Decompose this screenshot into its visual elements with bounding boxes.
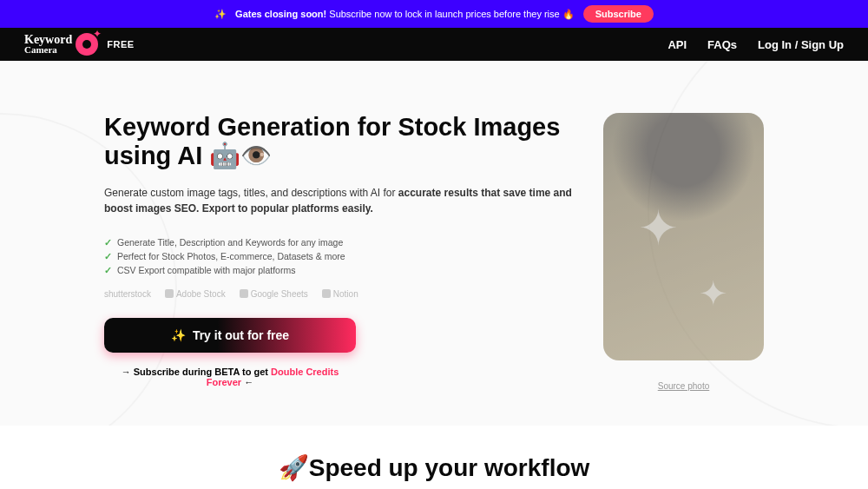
sparkle-icon: ✨ [214, 9, 227, 20]
main-nav: API FAQs Log In / Sign Up [667, 38, 844, 51]
check-icon: ✓ [104, 265, 112, 275]
check-icon: ✓ [104, 251, 112, 261]
announcement-bar: ✨ Gates closing soon! Subscribe now to l… [0, 0, 868, 28]
sheets-icon [240, 289, 248, 298]
section-title: 🚀Speed up your workflow [26, 453, 842, 482]
hero-copy: Keyword Generation for Stock Images usin… [104, 113, 577, 387]
demo-image: ✦ ✦ ✦ [603, 113, 764, 360]
announcement-text: Gates closing soon! Subscribe now to loc… [235, 9, 575, 20]
nav-faqs[interactable]: FAQs [707, 38, 737, 51]
adobe-icon [165, 289, 174, 298]
header: Keyword Camera FREE API FAQs Log In / Si… [0, 28, 868, 61]
source-photo-link[interactable]: Source photo [603, 381, 764, 391]
sparkle-icon: ✦ [699, 274, 728, 314]
subscribe-button[interactable]: Subscribe [583, 5, 654, 23]
nav-login[interactable]: Log In / Sign Up [758, 38, 844, 51]
sparkle-icon: ✦ [690, 148, 707, 172]
platform-google-sheets: Google Sheets [240, 289, 308, 299]
hero-title: Keyword Generation for Stock Images usin… [104, 113, 577, 171]
workflow-section: 🚀Speed up your workflow ⚡Transform AI in… [0, 426, 868, 489]
nav-api[interactable]: API [667, 38, 687, 51]
free-badge: FREE [107, 39, 134, 50]
platform-adobe: Adobe Stock [165, 289, 226, 299]
platform-list: shutterstock Adobe Stock Google Sheets N… [104, 289, 577, 299]
hero-subtitle: Generate custom image tags, titles, and … [104, 185, 577, 216]
notion-icon [322, 289, 331, 298]
feature-list: ✓Generate Title, Description and Keyword… [104, 235, 577, 277]
feature-item: ✓CSV Export compatible with major platfo… [104, 263, 577, 277]
beta-note: → Subscribe during BETA to get Double Cr… [104, 367, 356, 387]
logo[interactable]: Keyword Camera FREE [24, 33, 135, 56]
hero-section: Keyword Generation for Stock Images usin… [0, 61, 868, 426]
sparkle-icon: ✦ [638, 200, 679, 256]
sparkle-icon: ✨ [171, 328, 186, 342]
logo-text: Keyword Camera [24, 34, 72, 55]
feature-item: ✓Perfect for Stock Photos, E-commerce, D… [104, 249, 577, 263]
platform-notion: Notion [322, 289, 358, 299]
platform-shutterstock: shutterstock [104, 289, 151, 299]
feature-item: ✓Generate Title, Description and Keyword… [104, 235, 577, 249]
try-free-button[interactable]: ✨ Try it out for free [104, 318, 356, 353]
camera-icon [76, 33, 98, 56]
hero-demo: ✦ ✦ ✦ Source photo [603, 113, 764, 391]
check-icon: ✓ [104, 237, 112, 248]
